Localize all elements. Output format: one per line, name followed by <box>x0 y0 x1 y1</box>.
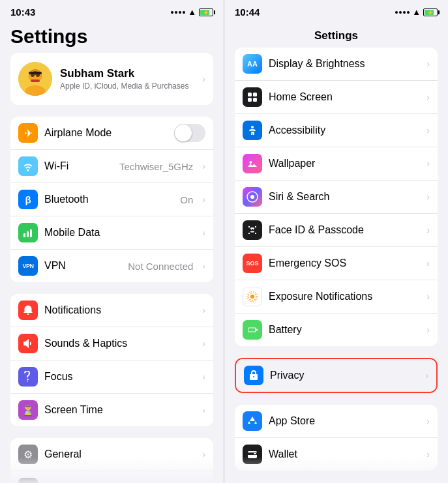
wallet-row[interactable]: Wallet › <box>235 438 438 471</box>
left-title: Settings <box>10 25 213 48</box>
screen-time-label: Screen Time <box>44 404 196 416</box>
wallpaper-row[interactable]: Wallpaper › <box>235 147 438 181</box>
app-store-row[interactable]: App Store › <box>235 405 438 438</box>
svg-rect-33 <box>248 329 255 332</box>
vpn-chevron: › <box>202 261 205 271</box>
emergency-sos-chevron: › <box>426 258 430 269</box>
app-store-icon <box>243 411 262 431</box>
home-screen-chevron: › <box>426 92 430 102</box>
bluetooth-icon: β <box>18 190 38 209</box>
profile-info: Subham Stark Apple ID, iCloud, Media & P… <box>60 67 194 91</box>
vpn-row[interactable]: VPN VPN Not Connected › <box>10 250 213 282</box>
faceid-chevron: › <box>426 225 430 235</box>
svg-rect-19 <box>253 93 257 96</box>
notifications-chevron: › <box>202 305 205 315</box>
sounds-icon <box>18 334 38 353</box>
right-battery-icon: ⚡ <box>423 8 438 16</box>
siri-row[interactable]: Siri & Search › <box>235 181 438 214</box>
right-header: Settings <box>224 20 448 48</box>
general-icon: ⚙ <box>18 445 38 464</box>
battery-row[interactable]: Battery › <box>235 314 438 346</box>
general-row[interactable]: ⚙ General › <box>10 438 213 471</box>
display-group: AA Display & Brightness › Home Screen › … <box>235 48 438 346</box>
left-header: Settings <box>0 20 224 53</box>
privacy-icon <box>244 366 263 385</box>
store-group: App Store › Wallet › <box>235 405 438 471</box>
wallet-label: Wallet <box>269 448 420 460</box>
focus-row[interactable]: Focus › <box>10 360 213 394</box>
exposure-chevron: › <box>426 291 430 302</box>
alerts-group: Notifications › Sounds & Haptics › Focus… <box>10 294 213 426</box>
profile-card[interactable]: Subham Stark Apple ID, iCloud, Media & P… <box>10 53 213 105</box>
left-scroll: Settings Subham <box>0 20 224 483</box>
exposure-row[interactable]: Exposure Notifications › <box>235 280 438 314</box>
svg-point-10 <box>39 77 42 80</box>
focus-icon <box>18 367 38 387</box>
emergency-sos-row[interactable]: SOS Emergency SOS › <box>235 247 438 280</box>
display-label: Display & Brightness <box>269 58 420 70</box>
screen-time-icon: ⏳ <box>18 400 38 420</box>
bluetooth-row[interactable]: β Bluetooth On › <box>10 183 213 216</box>
profile-name: Subham Stark <box>60 67 194 80</box>
left-panel: 10:43 ▲ ⚡ Settings <box>0 0 224 483</box>
mobile-data-row[interactable]: Mobile Data › <box>10 216 213 250</box>
control-centre-row[interactable]: Control Centre › <box>10 471 213 483</box>
display-row[interactable]: AA Display & Brightness › <box>235 48 438 81</box>
svg-point-23 <box>250 161 252 164</box>
notifications-label: Notifications <box>44 304 196 316</box>
wallpaper-label: Wallpaper <box>269 158 420 169</box>
focus-chevron: › <box>202 372 205 382</box>
left-time: 10:43 <box>10 7 35 18</box>
svg-rect-8 <box>29 72 42 74</box>
mobile-data-icon <box>18 223 38 242</box>
airplane-mode-row[interactable]: ✈ Airplane Mode <box>10 117 213 150</box>
left-status-bar: 10:43 ▲ ⚡ <box>0 0 224 20</box>
app-store-chevron: › <box>426 416 430 426</box>
airplane-mode-toggle[interactable] <box>174 124 205 142</box>
vpn-value: Not Connected <box>128 261 193 272</box>
right-time: 10:44 <box>235 7 260 18</box>
signal-icon <box>171 11 185 14</box>
faceid-icon <box>243 220 262 240</box>
svg-point-9 <box>29 77 31 80</box>
mobile-data-chevron: › <box>202 227 205 238</box>
vpn-label: VPN <box>44 260 121 272</box>
profile-sub: Apple ID, iCloud, Media & Purchases <box>60 81 194 91</box>
siri-chevron: › <box>426 192 430 202</box>
mobile-data-label: Mobile Data <box>44 227 196 239</box>
right-scroll: AA Display & Brightness › Home Screen › … <box>224 48 448 483</box>
privacy-row[interactable]: Privacy › <box>236 359 436 392</box>
wifi-row[interactable]: Wi-Fi Techwiser_5GHz › <box>10 150 213 183</box>
svg-rect-12 <box>27 231 29 237</box>
faceid-row[interactable]: Face ID & Passcode › <box>235 214 438 247</box>
accessibility-row[interactable]: Accessibility › <box>235 114 438 147</box>
exposure-label: Exposure Notifications <box>269 291 420 302</box>
notifications-row[interactable]: Notifications › <box>10 294 213 327</box>
wifi-icon: ▲ <box>188 7 196 17</box>
sounds-row[interactable]: Sounds & Haptics › <box>10 327 213 360</box>
screen-time-row[interactable]: ⏳ Screen Time › <box>10 394 213 426</box>
wifi-value: Techwiser_5GHz <box>119 161 193 172</box>
bluetooth-label: Bluetooth <box>44 194 173 205</box>
svg-rect-21 <box>253 98 257 102</box>
siri-icon <box>243 187 262 207</box>
connectivity-group: ✈ Airplane Mode Wi-Fi Techwiser_5GHz › β… <box>10 117 213 282</box>
avatar <box>18 62 52 96</box>
general-chevron: › <box>202 449 205 460</box>
faceid-label: Face ID & Passcode <box>269 224 420 236</box>
svg-point-26 <box>251 229 252 230</box>
svg-rect-11 <box>23 233 25 237</box>
home-screen-row[interactable]: Home Screen › <box>235 81 438 114</box>
home-screen-label: Home Screen <box>269 91 420 103</box>
display-icon: AA <box>243 54 262 74</box>
screen-time-chevron: › <box>202 405 205 415</box>
battery-icon: ⚡ <box>199 8 213 16</box>
vpn-icon: VPN <box>18 256 38 276</box>
wallpaper-icon <box>243 154 262 173</box>
emergency-sos-label: Emergency SOS <box>269 257 420 269</box>
right-signal-icon <box>395 11 410 14</box>
bluetooth-chevron: › <box>202 194 205 205</box>
app-store-label: App Store <box>269 415 420 427</box>
system-group: ⚙ General › Control Centre › AA Display … <box>10 438 213 483</box>
svg-rect-6 <box>31 80 40 82</box>
